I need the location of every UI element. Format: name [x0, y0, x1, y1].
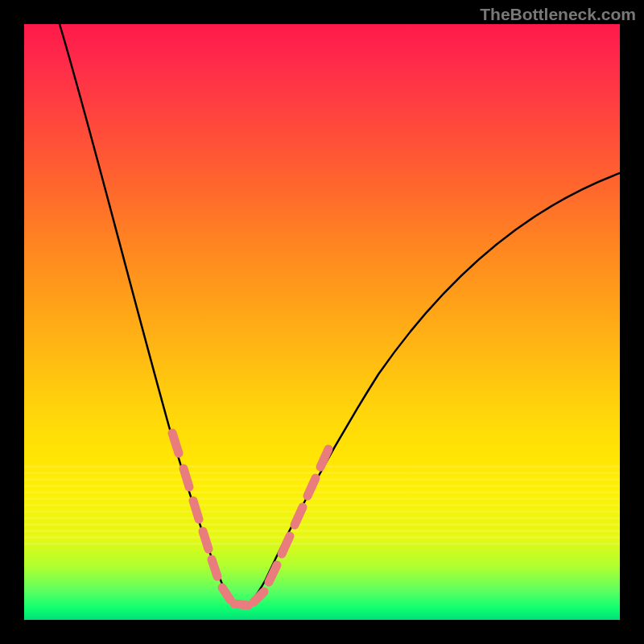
bottleneck-curve-line	[60, 24, 620, 607]
highlight-dash	[295, 507, 303, 525]
highlight-dash	[269, 565, 277, 582]
curve-svg	[24, 24, 620, 620]
highlight-dash	[234, 604, 248, 605]
highlight-dash	[308, 478, 316, 496]
highlight-dash	[184, 469, 189, 487]
watermark-text: TheBottleneck.com	[480, 5, 636, 24]
highlight-dash	[320, 449, 328, 467]
highlight-dashes-group	[172, 433, 328, 605]
chart-plot-area	[24, 24, 620, 620]
highlight-dash	[222, 588, 230, 600]
highlight-dash	[172, 433, 179, 453]
highlight-dash	[254, 592, 264, 602]
highlight-dash	[212, 559, 217, 576]
highlight-dash	[203, 531, 208, 549]
highlight-dash	[193, 501, 199, 519]
highlight-dash	[282, 536, 290, 554]
